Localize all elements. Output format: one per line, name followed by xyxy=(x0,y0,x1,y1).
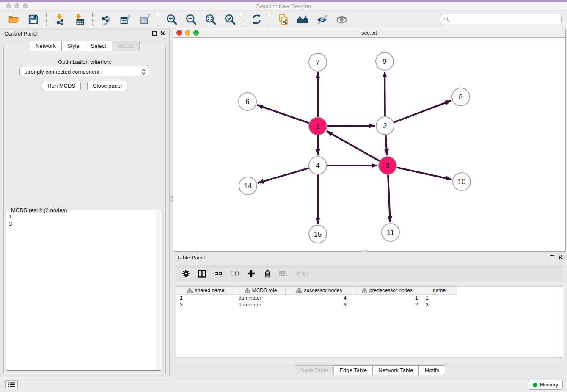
hide-selected-eye-icon[interactable] xyxy=(314,12,330,26)
clone-network-icon[interactable] xyxy=(275,12,292,26)
toolbar-separator xyxy=(92,12,93,26)
edge-3-11[interactable] xyxy=(388,175,390,222)
cell-shared-name[interactable]: 3 xyxy=(176,302,236,308)
zoom-fit-icon[interactable] xyxy=(202,12,219,26)
network-canvas[interactable]: 7968124314101511 xyxy=(173,38,565,251)
close-panel-icon[interactable] xyxy=(558,255,563,259)
cell-MCDS-role[interactable]: dominator xyxy=(236,302,286,308)
column-header-name[interactable]: name xyxy=(421,287,457,295)
optimization-criterion-select[interactable]: strongly connected component xyxy=(19,67,149,76)
window-titlebar: Session: New Session xyxy=(0,0,567,10)
control-panel: Control Panel NetworkStyleSelectMCDS Opt… xyxy=(0,28,170,375)
table-scrollbar[interactable] xyxy=(559,287,564,357)
network-window-titlebar[interactable]: × − + scc.txt xyxy=(173,28,565,38)
edge-2-8[interactable] xyxy=(394,101,451,123)
edge-3-10[interactable] xyxy=(396,168,451,179)
close-panel-icon[interactable] xyxy=(160,31,165,36)
node-14[interactable]: 14 xyxy=(239,177,257,195)
open-file-icon[interactable] xyxy=(5,12,22,26)
export-image-icon[interactable] xyxy=(136,12,153,26)
optimization-criterion-label: Optimization criterion: xyxy=(4,59,165,65)
column-header-successor-nodes[interactable]: successor nodes xyxy=(286,287,353,295)
node-7[interactable]: 7 xyxy=(309,53,327,71)
table-panel-title: Table Panel xyxy=(177,254,206,261)
home-views-icon[interactable] xyxy=(294,12,311,26)
table-panel-header: Table Panel xyxy=(173,252,567,264)
column-header-shared-name[interactable]: shared name xyxy=(176,287,236,295)
cell-MCDS-role[interactable]: dominator xyxy=(236,295,286,301)
edge-4-14[interactable] xyxy=(258,168,309,183)
memory-button[interactable]: Memory xyxy=(528,380,563,390)
cell-successor-nodes[interactable]: 3 xyxy=(286,302,353,308)
table-row[interactable]: 3dominator323 xyxy=(176,301,564,308)
node-2[interactable]: 2 xyxy=(376,117,394,135)
memory-status-icon xyxy=(533,383,537,387)
save-session-icon[interactable] xyxy=(25,12,41,26)
edge-2-3[interactable] xyxy=(385,135,387,155)
column-header-MCDS-role[interactable]: MCDS role xyxy=(236,287,286,295)
tab-network-table[interactable]: Network Table xyxy=(373,365,419,375)
node-10[interactable]: 10 xyxy=(453,173,471,190)
node-6[interactable]: 6 xyxy=(239,93,256,110)
cell-shared-name[interactable]: 1 xyxy=(176,295,236,301)
node-label: 6 xyxy=(245,98,249,106)
node-label: 9 xyxy=(383,58,386,66)
node-label: 3 xyxy=(385,162,389,170)
run-mcds-button[interactable]: Run MCDS xyxy=(42,81,81,91)
tab-select[interactable]: Select xyxy=(85,41,112,51)
zoom-selected-icon[interactable] xyxy=(221,12,238,26)
node-8[interactable]: 8 xyxy=(452,88,470,106)
edge-2-9[interactable] xyxy=(385,72,385,116)
mcds-result-title: MCDS result (2 nodes) xyxy=(9,207,69,213)
node-11[interactable]: 11 xyxy=(382,224,399,241)
import-table-icon[interactable] xyxy=(71,12,88,26)
table-horizontal-scrollbar[interactable] xyxy=(176,359,564,365)
close-panel-button[interactable]: Close panel xyxy=(87,81,127,91)
zoom-out-icon[interactable] xyxy=(182,12,199,26)
edge-1-2[interactable] xyxy=(327,126,375,126)
table-panel: Table Panel xyxy=(173,252,567,377)
cell-name[interactable]: 3 xyxy=(421,302,457,308)
node-9[interactable]: 9 xyxy=(376,52,394,70)
edge-1-6[interactable] xyxy=(257,105,309,123)
node-3-selected[interactable]: 3 xyxy=(379,157,396,174)
deselect-all-rows-icon[interactable] xyxy=(231,270,239,277)
export-table-icon[interactable] xyxy=(117,12,134,26)
show-hidden-eye-icon[interactable] xyxy=(333,12,350,26)
tab-style[interactable]: Style xyxy=(62,41,85,51)
tab-edge-table[interactable]: Edge Table xyxy=(334,365,373,375)
search-input[interactable] xyxy=(451,16,559,22)
cell-predecessor-nodes[interactable]: 1 xyxy=(353,295,421,301)
select-all-rows-icon[interactable] xyxy=(214,270,223,277)
vertical-splitter-handle[interactable] xyxy=(170,196,173,202)
tab-node-table[interactable]: Node Table xyxy=(295,365,334,375)
tab-network[interactable]: Network xyxy=(30,41,62,51)
import-network-icon[interactable] xyxy=(51,12,68,26)
tab-motifs[interactable]: Motifs xyxy=(419,365,445,375)
table-settings-gear-icon[interactable] xyxy=(182,270,190,278)
split-columns-icon[interactable] xyxy=(198,270,206,278)
cell-predecessor-nodes[interactable]: 2 xyxy=(353,302,421,308)
float-panel-icon[interactable] xyxy=(152,31,157,36)
node-1-selected[interactable]: 1 xyxy=(309,117,327,135)
network-view-title: scc.txt xyxy=(173,30,565,36)
delete-selected-trash-icon[interactable] xyxy=(264,269,271,278)
zoom-in-icon[interactable] xyxy=(163,12,180,26)
table-row[interactable]: 1dominator411 xyxy=(176,295,564,301)
node-4[interactable]: 4 xyxy=(309,157,327,174)
node-label: 7 xyxy=(316,58,319,66)
export-network-icon[interactable] xyxy=(97,12,114,26)
edge-3-1[interactable] xyxy=(327,131,380,161)
search-box[interactable] xyxy=(440,14,562,24)
node-15[interactable]: 15 xyxy=(309,225,327,243)
tab-mcds[interactable]: MCDS xyxy=(112,41,140,51)
cell-name[interactable]: 1 xyxy=(421,295,457,301)
mcds-result-text[interactable]: 1 3 xyxy=(9,213,154,369)
column-header-predecessor-nodes[interactable]: predecessor nodes xyxy=(353,287,421,295)
float-panel-icon[interactable] xyxy=(550,255,554,259)
refresh-layout-icon[interactable] xyxy=(248,12,265,26)
result-scrollbar[interactable] xyxy=(156,211,160,370)
cell-successor-nodes[interactable]: 4 xyxy=(286,295,353,301)
add-column-plus-icon[interactable] xyxy=(247,269,256,278)
task-history-button[interactable] xyxy=(5,380,18,389)
